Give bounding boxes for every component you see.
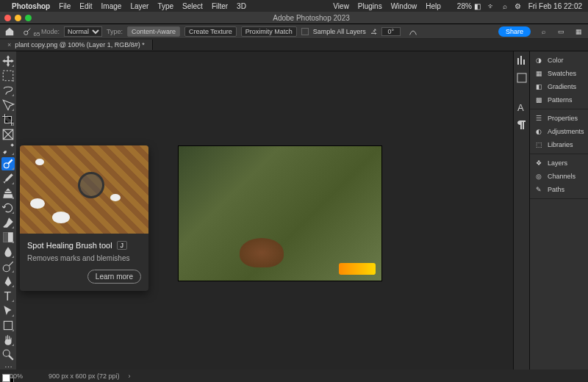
dodge-tool[interactable] [1,260,15,273]
minimize-button[interactable] [15,15,21,21]
type-tool[interactable]: T [1,289,15,303]
history-brush-tool[interactable] [1,201,15,215]
panel-swatches[interactable]: ▦Swatches [530,67,588,80]
patterns-icon: ▩ [534,95,544,105]
close-tab-icon[interactable]: × [7,41,11,48]
path-select-tool[interactable] [1,304,15,317]
status-bar: 100% 900 px x 600 px (72 ppi) › [0,370,588,382]
menu-view[interactable]: View [333,2,349,10]
crop-tool[interactable] [1,113,15,126]
panel-layers[interactable]: ❖Layers [530,156,588,170]
svg-rect-5 [3,232,8,242]
svg-point-9 [3,350,10,356]
menu-filter[interactable]: Filter [212,2,228,10]
hand-tool[interactable] [1,334,15,347]
document-tab[interactable]: × plant copy.png @ 100% (Layer 1, RGB/8#… [0,40,153,50]
frame-tool[interactable] [1,128,15,141]
spot-healing-tool[interactable] [1,157,15,170]
right-collapsed-panels: A [513,51,529,370]
status-chevron-icon[interactable]: › [129,372,131,380]
histogram-icon[interactable] [516,54,528,66]
lasso-tool[interactable] [1,84,15,97]
svg-rect-10 [517,73,526,82]
battery-status: 28% ◧ [457,2,481,10]
options-bar: 65 Mode: Normal Type: Content-Aware Crea… [0,24,588,39]
home-icon[interactable] [4,26,15,37]
share-button[interactable]: Share [498,26,531,37]
edit-toolbar-icon[interactable]: ⋯ [1,363,15,372]
popover-thumbnail [20,145,148,234]
close-button[interactable] [4,15,11,21]
search-icon[interactable]: ⌕ [538,26,548,37]
type-content-aware-button[interactable]: Content-Aware [127,26,180,37]
panel-adjustments[interactable]: ◐Adjustments [530,125,588,138]
document-tab-label: plant copy.png @ 100% (Layer 1, RGB/8#) … [15,41,145,48]
adjustments-icon: ◐ [534,126,544,137]
learn-more-button[interactable]: Learn more [87,270,141,284]
blur-tool[interactable] [1,245,15,259]
current-tool-icon[interactable] [22,26,32,37]
brush-tool[interactable] [1,172,15,185]
workspace-icon[interactable]: ▭ [556,26,566,37]
popover-description: Removes marks and blemishes [27,254,141,262]
channels-icon: ◎ [534,171,544,181]
panel-paths[interactable]: ✎Paths [530,183,588,196]
sample-all-checkbox[interactable] [301,28,309,35]
control-center-icon[interactable]: ⚙ [514,2,521,10]
menu-layer[interactable]: Layer [130,2,148,10]
type-create-texture-button[interactable]: Create Texture [184,26,237,37]
panel-libraries[interactable]: ⬚Libraries [530,138,588,151]
clone-stamp-tool[interactable] [1,187,15,200]
panel-gradients[interactable]: ◧Gradients [530,80,588,93]
gradient-tool[interactable] [1,231,15,244]
menu-plugins[interactable]: Plugins [358,2,382,10]
clock: Fri Feb 16 22:02 [528,2,582,10]
swatches-icon: ▦ [534,68,544,79]
panel-color[interactable]: ◑Color [530,54,588,67]
brush-size-label: 65 [34,31,40,37]
move-tool[interactable] [1,54,15,68]
mac-menubar: Photoshop File Edit Image Layer Type Sel… [0,0,588,12]
arrange-icon[interactable]: ▦ [573,26,584,37]
menu-help[interactable]: Help [426,2,441,10]
character-icon[interactable]: A [516,101,528,113]
search-icon[interactable]: ⌕ [503,2,507,10]
pressure-icon[interactable] [408,26,418,37]
menu-app[interactable]: Photoshop [12,2,50,10]
fg-bg-colors[interactable] [1,374,15,382]
maximize-button[interactable] [25,15,32,21]
menu-type[interactable]: Type [157,2,173,10]
panel-channels[interactable]: ◎Channels [530,170,588,183]
eyedropper-tool[interactable] [1,143,15,156]
panel-patterns[interactable]: ▩Patterns [530,93,588,107]
window-controls [4,15,32,21]
eraser-tool[interactable] [1,216,15,229]
wifi-icon: ᯤ [488,2,495,10]
svg-rect-8 [4,321,12,329]
menu-file[interactable]: File [59,2,71,10]
app-titlebar: Adobe Photoshop 2023 [0,12,588,24]
type-proximity-button[interactable]: Proximity Match [241,26,297,37]
mode-select[interactable]: Normal [64,26,102,37]
gradients-icon: ◧ [534,82,544,92]
angle-input[interactable] [381,27,401,36]
svg-text:T: T [4,290,11,303]
panel-properties[interactable]: ☰Properties [530,112,588,125]
paragraph-icon[interactable] [516,119,528,131]
menu-window[interactable]: Window [391,2,417,10]
menu-image[interactable]: Image [101,2,122,10]
info-icon[interactable] [516,72,528,84]
menu-edit[interactable]: Edit [79,2,92,10]
pen-tool[interactable] [1,275,15,288]
shape-tool[interactable] [1,319,15,332]
canvas-area[interactable]: Spot Healing Brush tool J Removes marks … [16,51,513,370]
menu-select[interactable]: Select [182,2,203,10]
right-panels: ◑Color ▦Swatches ◧Gradients ▩Patterns ☰P… [529,51,588,370]
color-icon: ◑ [534,55,544,65]
menu-3d[interactable]: 3D [237,2,246,10]
document-canvas[interactable] [178,145,382,281]
zoom-tool[interactable] [1,348,15,361]
sample-all-label: Sample All Layers [313,28,366,35]
marquee-tool[interactable] [1,69,15,82]
quick-select-tool[interactable] [1,98,15,112]
